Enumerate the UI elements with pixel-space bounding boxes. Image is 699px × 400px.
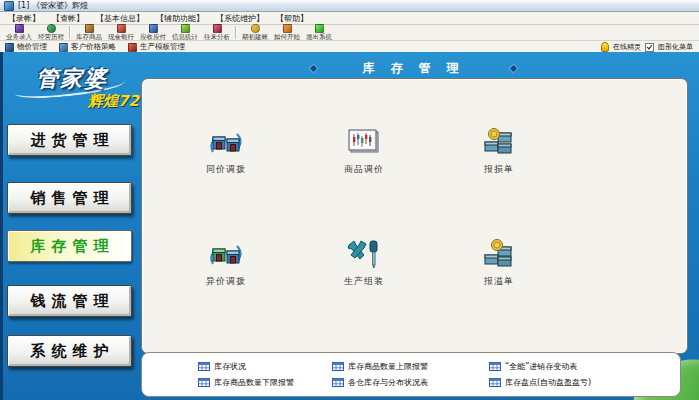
app-icon	[4, 1, 14, 11]
same-price-transfer-icon	[207, 127, 245, 159]
overflow-report-icon	[481, 239, 517, 271]
toolbar-button-inventory-goods[interactable]: 库存商品	[73, 24, 105, 41]
icon-item-goods-price-adjust[interactable]: 商品调价	[314, 127, 414, 176]
toolbar-main: 业务录入 经营历程 库存商品 现金银行 应收应付 信息统计 往来分析	[0, 25, 699, 41]
menu-item-aux-功能[interactable]: 【辅助功能】	[156, 13, 204, 24]
graphic-menu-checkbox[interactable]	[645, 43, 654, 52]
menu-bar: 【录帐】 【查帐】 【基本信息】 【辅助功能】 【系统维护】 【帮助】	[0, 12, 699, 25]
operation-history-icon	[47, 24, 56, 33]
panel-header: 库 存 管 理	[141, 61, 686, 76]
link-label: 库存状况	[214, 361, 246, 372]
toolbar-button-price-management[interactable]: 物价管理	[5, 42, 47, 52]
brand-logo: 管家婆	[36, 64, 108, 94]
toolbar-button-operation-history[interactable]: 经营历程	[35, 24, 67, 41]
menu-item-basic-info[interactable]: 【基本信息】	[96, 13, 144, 24]
icon-label: 报溢单	[484, 275, 514, 288]
receivable-payable-icon	[149, 24, 158, 33]
sidebar-button-system[interactable]: 系统维护	[7, 335, 132, 367]
toolbar-button-production-template[interactable]: 生产模板管理	[128, 42, 185, 52]
table-icon	[198, 378, 210, 387]
goods-price-adjust-icon	[346, 127, 382, 159]
diamond-decoration	[310, 65, 317, 72]
brand-logo-edition: 辉煌72	[88, 92, 139, 111]
toolbar-button-exit-system[interactable]: 退出系统	[303, 24, 335, 41]
toolbar-button-business-entry[interactable]: 业务录入	[3, 24, 35, 41]
menu-item-query[interactable]: 【查帐】	[52, 13, 84, 24]
icon-label: 同价调拨	[206, 163, 246, 176]
link-label: 库存盘点(自动盘盈盘亏)	[505, 377, 591, 388]
table-icon	[332, 378, 344, 387]
sidebar-button-cashflow[interactable]: 钱流管理	[7, 285, 132, 317]
window-titlebar: [1] 《管家婆》辉煌	[0, 0, 699, 12]
info-statistics-icon	[181, 24, 190, 33]
menu-item-system[interactable]: 【系统维护】	[216, 13, 264, 24]
sidebar-button-sales[interactable]: 销售管理	[7, 182, 132, 214]
online-helper-label[interactable]: 在线精灵	[613, 42, 641, 52]
sidebar-button-purchase[interactable]: 进货管理	[7, 124, 132, 156]
menu-item-record[interactable]: 【录帐】	[8, 13, 40, 24]
icon-label: 商品调价	[344, 163, 384, 176]
toolbar-button-cash-bank[interactable]: 现金银行	[105, 24, 137, 41]
toolbar-button-how-to-start[interactable]: 如何开始	[271, 24, 303, 41]
icon-label: 生产组装	[344, 275, 384, 288]
toolbar-separator	[69, 26, 71, 39]
link-label: 库存商品数量上限报警	[348, 361, 428, 372]
link-stocktaking[interactable]: 库存盘点(自动盘盈盘亏)	[489, 377, 676, 388]
sidebar-button-inventory[interactable]: 库存管理	[7, 230, 132, 262]
link-label: 库存商品数量下限报警	[214, 377, 294, 388]
icon-label: 异价调拨	[206, 275, 246, 288]
link-inventory-status[interactable]: 库存状况	[198, 361, 332, 372]
icon-label: 报损单	[484, 163, 514, 176]
icon-item-diff-price-transfer[interactable]: 异价调拨	[176, 239, 276, 288]
icon-item-loss-report[interactable]: 报损单	[449, 127, 549, 176]
table-icon	[489, 378, 501, 387]
link-label: 各仓库存与分布状况表	[348, 377, 428, 388]
window-title: [1] 《管家婆》辉煌	[18, 0, 88, 11]
price-management-icon	[5, 43, 14, 52]
production-template-icon	[128, 43, 137, 52]
toolbar-button-transaction-analysis[interactable]: 往来分析	[201, 24, 233, 41]
page-title: 库 存 管 理	[362, 60, 465, 77]
transaction-analysis-icon	[213, 24, 222, 33]
cash-bank-icon	[117, 24, 126, 33]
link-label: “全能”进销存变动表	[505, 361, 577, 372]
how-to-start-icon	[283, 24, 292, 33]
link-stock-upper-limit-alarm[interactable]: 库存商品数量上限报警	[332, 361, 489, 372]
link-all-round-change-table[interactable]: “全能”进销存变动表	[489, 361, 676, 372]
diamond-decoration	[510, 65, 517, 72]
online-helper-icon[interactable]	[601, 42, 609, 52]
menu-item-help[interactable]: 【帮助】	[276, 13, 308, 24]
toolbar-button-customer-price-strategy[interactable]: 客户价格策略	[59, 42, 116, 52]
inventory-goods-icon	[85, 24, 94, 33]
toolbar-button-info-statistics[interactable]: 信息统计	[169, 24, 201, 41]
workspace: 管家婆 辉煌72 进货管理 销售管理 库存管理 钱流管理 系统维护 库 存 管 …	[0, 52, 699, 400]
initial-setup-icon	[251, 24, 260, 33]
table-icon	[198, 362, 210, 371]
inventory-panel: 同价调拨 商品调价	[141, 78, 688, 354]
link-warehouse-distribution-table[interactable]: 各仓库存与分布状况表	[332, 377, 489, 388]
table-icon	[489, 362, 501, 371]
production-assembly-icon	[346, 239, 382, 271]
toolbar-separator	[235, 26, 237, 39]
toolbar-button-receivable-payable[interactable]: 应收应付	[137, 24, 169, 41]
business-entry-icon	[15, 24, 24, 33]
icon-item-same-price-transfer[interactable]: 同价调拨	[176, 127, 276, 176]
customer-price-strategy-icon	[59, 43, 68, 52]
icon-item-overflow-report[interactable]: 报溢单	[449, 239, 549, 288]
exit-system-icon	[315, 24, 324, 33]
toolbar-button-initial-setup[interactable]: 期初建账	[239, 24, 271, 41]
loss-report-icon	[481, 127, 517, 159]
link-stock-lower-limit-alarm[interactable]: 库存商品数量下限报警	[198, 377, 332, 388]
app-window: [1] 《管家婆》辉煌 【录帐】 【查帐】 【基本信息】 【辅助功能】 【系统维…	[0, 0, 699, 400]
table-icon	[332, 362, 344, 371]
diff-price-transfer-icon	[207, 239, 245, 271]
graphic-menu-label: 图形化菜单	[658, 42, 693, 52]
icon-item-production-assembly[interactable]: 生产组装	[314, 239, 414, 288]
bottom-links-panel: 库存状况 库存商品数量上限报警 “全能”进销存变动表 库存商品数量下限报警 各仓…	[141, 352, 681, 397]
